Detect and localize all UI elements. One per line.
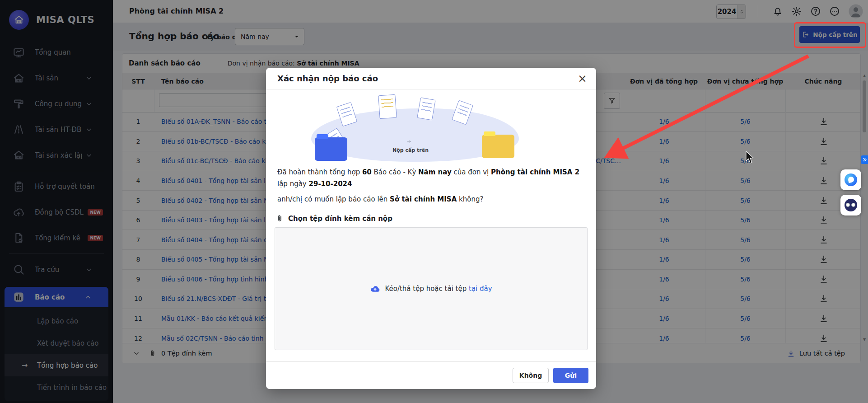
- document-graphic: [378, 94, 397, 119]
- dropzone-text: Kéo/thả tệp hoặc tải tệp tại đây: [385, 285, 492, 293]
- app-root: MISA QLTS Tổng quan Tài: [0, 0, 868, 403]
- modal-header: Xác nhận nộp báo cáo ×: [266, 68, 596, 89]
- extension-chatbot-button[interactable]: [840, 195, 861, 216]
- collapse-panel-tab[interactable]: [861, 155, 868, 164]
- submit-illustration: Nộp cấp trên: [311, 96, 519, 164]
- chatbot-goggles-icon: [845, 199, 857, 211]
- cloud-upload-icon: [370, 284, 380, 294]
- send-button[interactable]: Gửi: [553, 368, 588, 383]
- upload-here-link[interactable]: tại đây: [469, 285, 492, 293]
- source-folder-graphic: [315, 137, 347, 161]
- confirm-submit-modal: Xác nhận nộp báo cáo × Nộp cấp trên Đã h…: [266, 68, 596, 389]
- cancel-button[interactable]: Không: [513, 368, 549, 383]
- close-icon[interactable]: ×: [578, 73, 587, 84]
- paperclip-icon: [275, 214, 284, 223]
- arrow-right-icon: [403, 139, 415, 145]
- illustration-caption: Nộp cấp trên: [379, 147, 442, 153]
- annotation-highlight-box: [794, 22, 866, 48]
- target-folder-graphic: [482, 135, 514, 158]
- modal-title: Xác nhận nộp báo cáo: [277, 74, 378, 83]
- file-dropzone[interactable]: Kéo/thả tệp hoặc tải tệp tại đây: [275, 227, 588, 350]
- extension-assistant-button[interactable]: [840, 169, 861, 190]
- attach-section-label: Chọn tệp đính kèm cần nộp: [275, 214, 392, 223]
- confirmation-message: Đã hoàn thành tổng hợp 60 Báo cáo - Kỳ N…: [277, 166, 586, 205]
- assistant-icon: [845, 173, 857, 186]
- modal-footer: Không Gửi: [266, 361, 596, 389]
